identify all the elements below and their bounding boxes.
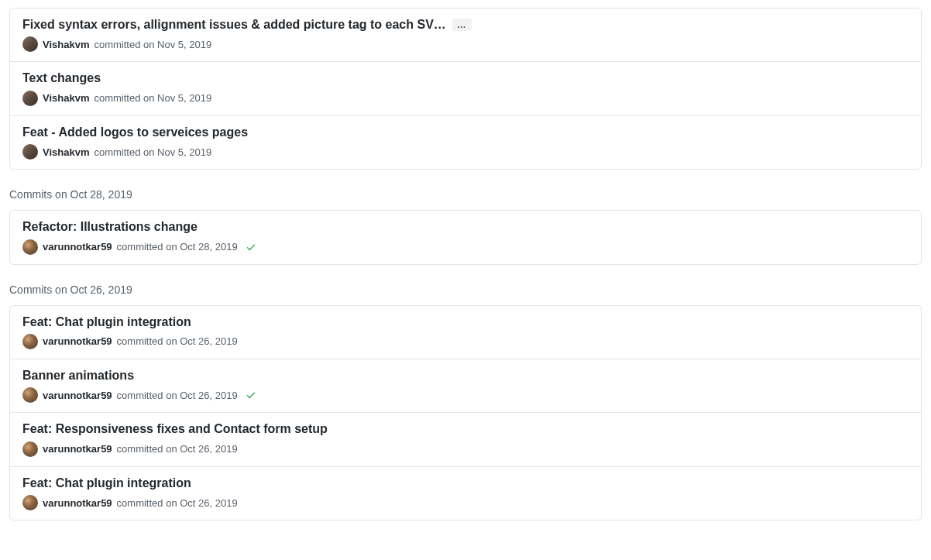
commit-item: Banner animationsvarunnotkar59committed …: [10, 359, 921, 413]
expand-message-button[interactable]: …: [452, 19, 472, 31]
status-check-icon[interactable]: [246, 390, 256, 400]
commit-title-link[interactable]: Fixed syntax errors, allignment issues &…: [22, 16, 446, 33]
author-link[interactable]: Vishakvm: [43, 146, 89, 158]
commits-timeline: Fixed syntax errors, allignment issues &…: [9, 8, 922, 520]
commit-title-link[interactable]: Refactor: Illustrations change: [22, 218, 198, 235]
commit-title-row: Text changes: [22, 70, 909, 87]
author-link[interactable]: varunnotkar59: [43, 241, 112, 253]
commit-meta: varunnotkar59committed on Oct 26, 2019: [22, 441, 909, 457]
committed-text: committed on Oct 28, 2019: [117, 241, 238, 253]
commit-meta: varunnotkar59committed on Oct 26, 2019: [22, 334, 909, 349]
commit-item: Feat: Responsiveness fixes and Contact f…: [10, 413, 921, 466]
commit-item: Refactor: Illustrations changevarunnotka…: [10, 211, 921, 263]
author-link[interactable]: varunnotkar59: [43, 335, 112, 347]
commit-meta: varunnotkar59committed on Oct 26, 2019: [22, 495, 909, 510]
author-avatar[interactable]: [22, 239, 38, 255]
commit-item: Feat: Chat plugin integrationvarunnotkar…: [10, 306, 921, 359]
author-avatar[interactable]: [22, 387, 38, 403]
commit-meta: varunnotkar59committed on Oct 26, 2019: [22, 387, 909, 403]
commit-date-header: Commits on Oct 26, 2019: [9, 283, 922, 296]
commit-meta: Vishakvmcommitted on Nov 5, 2019: [22, 91, 909, 106]
commit-title-link[interactable]: Feat - Added logos to serveices pages: [22, 124, 248, 141]
committed-text: committed on Oct 26, 2019: [117, 390, 238, 401]
commit-title-link[interactable]: Feat: Responsiveness fixes and Contact f…: [22, 421, 328, 438]
commit-title-row: Feat - Added logos to serveices pages: [22, 124, 909, 141]
author-link[interactable]: varunnotkar59: [43, 497, 112, 509]
commit-group: Fixed syntax errors, allignment issues &…: [9, 8, 922, 170]
commit-meta: varunnotkar59committed on Oct 28, 2019: [22, 239, 909, 255]
commit-title-link[interactable]: Feat: Chat plugin integration: [22, 314, 191, 331]
commit-title-row: Refactor: Illustrations change: [22, 218, 909, 235]
author-link[interactable]: Vishakvm: [43, 39, 89, 50]
commit-title-row: Banner animations: [22, 367, 909, 384]
commit-item: Feat - Added logos to serveices pagesVis…: [10, 116, 921, 169]
commit-title-row: Fixed syntax errors, allignment issues &…: [22, 16, 909, 33]
commit-group: Refactor: Illustrations changevarunnotka…: [9, 210, 922, 264]
committed-text: committed on Oct 26, 2019: [117, 335, 238, 347]
author-link[interactable]: varunnotkar59: [43, 443, 112, 455]
commit-title-row: Feat: Chat plugin integration: [22, 314, 909, 331]
author-avatar[interactable]: [22, 36, 38, 52]
author-avatar[interactable]: [22, 334, 38, 349]
commit-item: Text changesVishakvmcommitted on Nov 5, …: [10, 62, 921, 115]
commit-meta: Vishakvmcommitted on Nov 5, 2019: [22, 36, 909, 52]
committed-text: committed on Nov 5, 2019: [94, 92, 211, 104]
author-avatar[interactable]: [22, 91, 38, 106]
commit-item: Fixed syntax errors, allignment issues &…: [10, 9, 921, 62]
commit-title-link[interactable]: Banner animations: [22, 367, 134, 384]
author-link[interactable]: varunnotkar59: [43, 390, 112, 401]
author-avatar[interactable]: [22, 441, 38, 457]
commit-date-header: Commits on Oct 28, 2019: [9, 188, 922, 201]
commit-title-row: Feat: Responsiveness fixes and Contact f…: [22, 421, 909, 438]
commit-group: Feat: Chat plugin integrationvarunnotkar…: [9, 305, 922, 521]
author-link[interactable]: Vishakvm: [43, 92, 89, 104]
commit-title-link[interactable]: Text changes: [22, 70, 101, 87]
commit-item: Feat: Chat plugin integrationvarunnotkar…: [10, 467, 921, 520]
committed-text: committed on Nov 5, 2019: [94, 146, 211, 158]
commit-meta: Vishakvmcommitted on Nov 5, 2019: [22, 144, 909, 160]
committed-text: committed on Oct 26, 2019: [117, 497, 238, 509]
commit-title-row: Feat: Chat plugin integration: [22, 475, 909, 492]
commit-title-link[interactable]: Feat: Chat plugin integration: [22, 475, 191, 492]
author-avatar[interactable]: [22, 495, 38, 510]
committed-text: committed on Nov 5, 2019: [94, 39, 211, 50]
committed-text: committed on Oct 26, 2019: [117, 443, 238, 455]
status-check-icon[interactable]: [246, 242, 256, 253]
author-avatar[interactable]: [22, 144, 38, 160]
